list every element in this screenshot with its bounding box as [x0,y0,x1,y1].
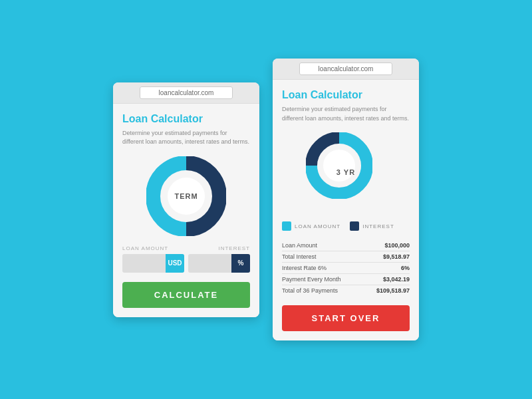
card-desc-right: Determine your estimated payments for di… [282,105,410,123]
card-body-right: Loan Calculator Determine your estimated… [273,80,419,340]
result-label: Total Interest [282,251,364,263]
start-over-button[interactable]: START OVER [282,305,410,331]
donut-label-left: TERM [174,192,198,200]
result-label: Payment Every Month [282,274,364,285]
result-label: Total of 36 Payments [282,285,364,297]
pct-badge: % [231,254,250,273]
table-row: Total of 36 Payments$109,518.97 [282,285,410,297]
loan-amount-group: USD [122,254,184,273]
results-table: Loan Amount$100,000Total Interest$9,518.… [282,240,410,296]
url-bar-left: loancalculator.com [140,86,233,99]
result-value: $109,518.97 [364,285,410,297]
browser-bar-right: loancalculator.com [273,59,419,80]
legend-label-interest: INTEREST [362,223,394,229]
result-label: Loan Amount [282,240,364,251]
donut-wrap-left: TERM [146,156,226,236]
table-row: Payment Every Month$3,042.19 [282,274,410,285]
card-desc-left: Determine your estimated payments for di… [122,129,250,147]
card-title-left: Loan Calculator [122,113,250,125]
url-bar-right: loancalculator.com [299,63,392,75]
legend-label-loan: LOAN AMOUNT [295,223,340,229]
input-row: USD % [122,254,250,273]
card-result: loancalculator.com Loan Calculator Deter… [273,59,419,340]
donut-container-right: 3 YR [282,132,410,212]
input-labels-left: LOAN AMOUNT INTEREST [122,245,250,251]
donut-wrap-right: 3 YR [306,132,386,212]
result-value: $9,518.97 [364,251,410,263]
browser-bar-left: loancalculator.com [113,82,259,104]
donut-svg-right [306,132,372,199]
result-value: 6% [364,263,410,274]
cards-container: loancalculator.com Loan Calculator Deter… [113,59,419,340]
interest-rate-group: % [188,254,250,273]
card-title-right: Loan Calculator [282,89,410,101]
svg-point-1 [323,150,355,182]
table-row: Interest Rate 6%6% [282,263,410,274]
input-label-interest: INTEREST [218,245,250,251]
legend-dot-interest [350,221,359,231]
legend-dot-loan [282,221,291,231]
legend-item-loan: LOAN AMOUNT [282,221,340,231]
donut-label-right: 3 YR [336,168,355,176]
donut-container-left: TERM [122,156,250,236]
legend-item-interest: INTEREST [350,221,394,231]
result-label: Interest Rate 6% [282,263,364,274]
table-row: Loan Amount$100,000 [282,240,410,251]
result-value: $3,042.19 [364,274,410,285]
result-value: $100,000 [364,240,410,251]
card-input: loancalculator.com Loan Calculator Deter… [113,82,259,317]
calculate-button[interactable]: CALCULATE [122,282,250,308]
card-body-left: Loan Calculator Determine your estimated… [113,104,259,317]
legend: LOAN AMOUNT INTEREST [282,221,410,231]
usd-badge: USD [166,254,184,273]
table-row: Total Interest$9,518.97 [282,251,410,263]
input-label-amount: LOAN AMOUNT [122,245,168,251]
